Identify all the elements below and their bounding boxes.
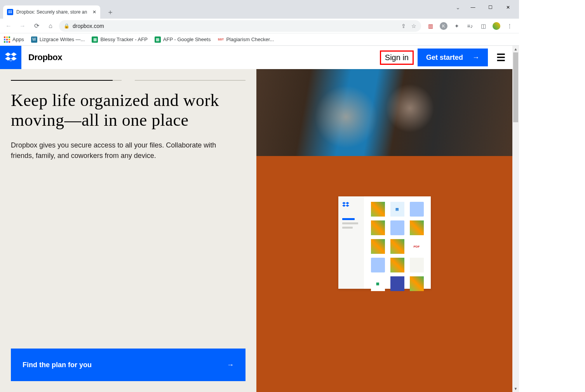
- bookmark-label: Blessy Tracker - AFP: [100, 36, 147, 42]
- tab-favicon-dropbox-icon: [7, 9, 13, 15]
- bookmark-lizgrace[interactable]: W Lizgrace Writes —...: [31, 36, 85, 43]
- chrome-menu-icon[interactable]: ⋮: [506, 22, 514, 30]
- find-plan-button[interactable]: Find the plan for you →: [11, 349, 245, 381]
- sheets-icon: ▦: [92, 36, 98, 43]
- bookmark-label: Apps: [12, 36, 24, 42]
- main-content: Keep life organized and work moving—all …: [0, 69, 512, 392]
- sign-in-button[interactable]: Sign in: [380, 50, 414, 65]
- tab-title: Dropbox: Securely share, store an: [16, 9, 87, 15]
- share-icon[interactable]: ⇪: [401, 23, 406, 29]
- hero-subtext: Dropbox gives you secure access to all y…: [11, 140, 228, 161]
- carousel-progress: [11, 80, 245, 81]
- bookmark-label: Lizgrace Writes —...: [40, 36, 85, 42]
- vertical-scrollbar[interactable]: ▲ ▼: [512, 46, 519, 392]
- get-started-button[interactable]: Get started →: [418, 49, 488, 66]
- url-text: dropbox.com: [73, 23, 104, 29]
- hero-right-column: ▤ PDF ▦: [256, 69, 512, 392]
- scrollbar-thumb[interactable]: [513, 52, 518, 122]
- sheets-icon: ▦: [155, 36, 161, 43]
- file-tile-folder: [371, 258, 385, 272]
- window-controls: ⌄ ― ☐ ✕: [456, 2, 517, 13]
- apps-grid-icon: [4, 36, 10, 43]
- bookmark-label: AFP - Google Sheets: [163, 36, 211, 42]
- nav-back-button[interactable]: ←: [3, 21, 14, 31]
- cta-label: Find the plan for you: [23, 361, 92, 369]
- new-tab-button[interactable]: ＋: [105, 7, 116, 17]
- scroll-up-arrow-icon[interactable]: ▲: [512, 46, 519, 52]
- file-tile-note: [410, 258, 424, 272]
- nav-home-button[interactable]: ⌂: [45, 21, 56, 31]
- url-bar[interactable]: 🔒 dropbox.com ⇪ ☆: [59, 20, 421, 32]
- tab-close-icon[interactable]: ✕: [92, 9, 96, 15]
- app-preview-sidebar: [338, 196, 364, 289]
- file-tile-xls: ▦: [371, 276, 385, 291]
- wordpress-icon: W: [31, 36, 37, 43]
- browser-toolbar: ← → ⟳ ⌂ 🔒 dropbox.com ⇪ ☆ ▥ K ✦ ≡♪ ◫ ⋮: [0, 19, 519, 33]
- file-tile-book: [390, 276, 404, 291]
- brand-name[interactable]: Dropbox: [28, 52, 62, 62]
- file-tile-image: [371, 202, 385, 217]
- site-header: Dropbox Sign in Get started → ☰: [0, 46, 512, 69]
- file-tile-pdf: PDF: [410, 239, 424, 254]
- page-viewport: Dropbox Sign in Get started → ☰ Keep lif…: [0, 46, 519, 392]
- browser-titlebar: Dropbox: Securely share, store an ✕ ＋ ⌄ …: [0, 0, 519, 19]
- progress-bar-2[interactable]: [135, 80, 245, 81]
- k-extension-icon[interactable]: K: [440, 22, 447, 30]
- window-minimize-button[interactable]: ―: [464, 2, 482, 13]
- sst-icon: SST: [218, 36, 224, 43]
- bookmarks-bar: Apps W Lizgrace Writes —... ▦ Blessy Tra…: [0, 33, 519, 46]
- bookmark-blessy[interactable]: ▦ Blessy Tracker - AFP: [92, 36, 147, 43]
- window-maximize-button[interactable]: ☐: [482, 2, 499, 13]
- hero-photo: [256, 69, 512, 156]
- extension-icons: ▥ K ✦ ≡♪ ◫ ⋮: [424, 22, 516, 30]
- file-tile-image: [371, 239, 385, 254]
- mcafee-extension-icon[interactable]: ▥: [427, 22, 434, 30]
- nav-reload-button[interactable]: ⟳: [31, 21, 42, 31]
- menu-hamburger-icon[interactable]: ☰: [496, 52, 505, 64]
- arrow-right-icon: →: [227, 361, 234, 369]
- app-preview-file-grid: ▤ PDF ▦: [364, 196, 431, 289]
- nav-forward-button: →: [17, 21, 28, 31]
- profile-avatar-icon[interactable]: [493, 22, 500, 30]
- dropbox-mini-icon: [342, 202, 360, 208]
- extensions-puzzle-icon[interactable]: ✦: [453, 22, 461, 30]
- scroll-down-arrow-icon[interactable]: ▼: [512, 385, 519, 392]
- bookmark-star-icon[interactable]: ☆: [411, 23, 416, 29]
- app-preview-card: ▤ PDF ▦: [338, 196, 431, 289]
- window-close-button[interactable]: ✕: [499, 2, 517, 13]
- bookmark-label: Plagiarism Checker...: [226, 36, 274, 42]
- dropbox-logo-box[interactable]: [0, 46, 21, 69]
- file-tile-image: [410, 220, 424, 235]
- arrow-right-icon: →: [472, 54, 479, 62]
- hero-headline: Keep life organized and work moving—all …: [11, 91, 245, 130]
- progress-bar-1[interactable]: [11, 80, 122, 81]
- file-tile-folder: [410, 202, 424, 217]
- file-tile-image: [410, 276, 424, 291]
- file-tile-image: [390, 239, 404, 254]
- side-panel-icon[interactable]: ◫: [479, 22, 487, 30]
- bookmark-apps[interactable]: Apps: [4, 36, 24, 43]
- bookmark-plagiarism[interactable]: SST Plagiarism Checker...: [218, 36, 274, 43]
- titlebar-chevron-icon[interactable]: ⌄: [456, 4, 460, 10]
- file-tile-image: [371, 220, 385, 235]
- reading-list-icon[interactable]: ≡♪: [466, 22, 474, 30]
- browser-tab[interactable]: Dropbox: Securely share, store an ✕: [3, 5, 100, 19]
- lock-icon: 🔒: [64, 23, 70, 29]
- hero-left-column: Keep life organized and work moving—all …: [0, 69, 256, 392]
- dropbox-logo-icon: [5, 52, 17, 62]
- file-tile-folder: [390, 220, 404, 235]
- get-started-label: Get started: [426, 54, 463, 62]
- bookmark-afp[interactable]: ▦ AFP - Google Sheets: [155, 36, 211, 43]
- file-tile-image: [390, 258, 404, 272]
- file-tile-doc: ▤: [390, 202, 404, 217]
